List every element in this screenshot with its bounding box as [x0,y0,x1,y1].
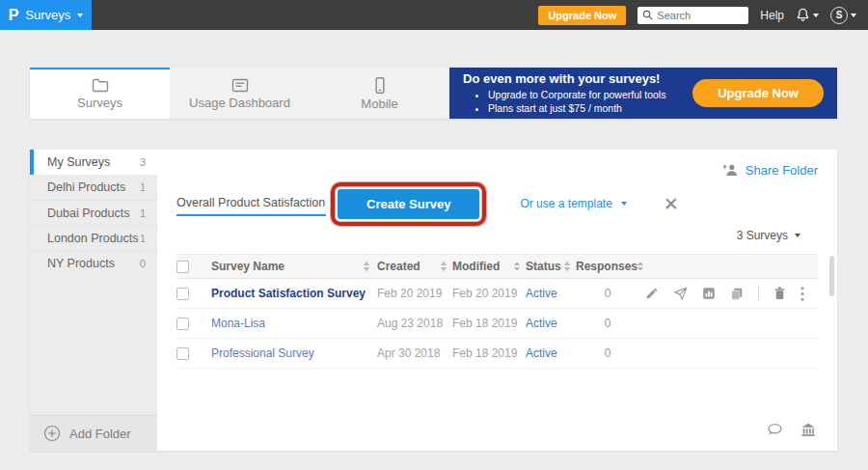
use-template-dropdown[interactable]: Or use a template [520,197,626,210]
create-survey-toolbar: Overall Product Satisfaction Create Surv… [176,184,818,223]
top-navigation-bar: P Surveys Upgrade Now Help S [0,0,868,30]
folder-count: 3 [140,156,146,168]
created-date: Feb 20 2019 [377,287,442,300]
row-checkbox[interactable] [176,318,189,330]
tab-usage-dashboard[interactable]: Usage Dashboard [170,68,310,119]
share-folder-button[interactable]: Share Folder [176,159,818,180]
tab-label: Usage Dashboard [189,96,290,110]
mobile-icon [374,77,386,94]
folder-count: 1 [140,233,146,244]
select-all-checkbox[interactable] [176,261,189,273]
sort-icon[interactable] [514,262,520,271]
edit-icon[interactable] [645,287,659,300]
tab-label: Mobile [361,97,397,111]
survey-link[interactable]: Professional Survey [211,346,314,360]
sidebar-item-dubai-products[interactable]: Dubai Products 1 [30,200,157,225]
search-box[interactable] [637,7,748,24]
folder-content: Share Folder Overall Product Satisfactio… [157,150,837,451]
row-checkbox[interactable] [176,347,189,360]
table-row: Mona-Lisa Aug 23 2018 Feb 18 2019 Active… [176,309,818,339]
chevron-down-icon [813,14,819,17]
add-folder-label: Add Folder [69,427,131,441]
create-survey-button[interactable]: Create Survey [338,189,479,219]
sort-icon[interactable] [564,262,570,271]
surveys-table: Survey Name Created Modified Status [176,254,818,369]
sort-icon[interactable] [637,262,643,271]
sort-icon[interactable] [364,262,369,271]
status-badge: Active [526,346,557,360]
responses-count: 0 [576,317,639,330]
avatar: S [830,7,848,24]
proprofs-logo-icon: P [9,8,19,23]
upgrade-now-button[interactable]: Upgrade Now [538,6,626,25]
use-template-label: Or use a template [520,197,611,210]
sidebar-item-my-surveys[interactable]: My Surveys 3 [30,150,157,175]
product-switcher[interactable]: P Surveys [0,0,92,30]
tab-label: Surveys [77,96,122,110]
add-folder-button[interactable]: Add Folder [30,415,157,451]
tab-mobile[interactable]: Mobile [310,68,449,119]
banner-bullets: Upgrade to Corporate for powerful tools … [488,88,665,115]
dashboard-icon [231,78,249,93]
section-tabs: Surveys Usage Dashboard Mobile [30,68,449,119]
folder-label: London Products [47,232,139,245]
delete-icon[interactable] [773,287,786,300]
product-menu-label: Surveys [25,8,70,22]
reports-icon[interactable] [702,287,716,300]
sidebar-item-london-products[interactable]: London Products 1 [30,225,157,250]
send-icon[interactable] [673,287,688,301]
responses-count: 0 [576,287,639,300]
bell-icon [796,8,810,22]
table-header-row: Survey Name Created Modified Status [176,254,818,279]
survey-link[interactable]: Product Satisfaction Survey [211,287,366,300]
chevron-down-icon [77,14,83,17]
archive-icon[interactable] [800,423,816,441]
folders-sidebar: My Surveys 3 Delhi Products 1 Dubai Prod… [30,150,157,451]
modified-date: Feb 18 2019 [452,317,517,330]
share-folder-label: Share Folder [746,163,818,178]
row-checkbox[interactable] [176,288,189,300]
col-header-status: Status [526,260,561,273]
close-icon[interactable]: ✕ [664,195,679,213]
feedback-icon[interactable] [767,423,783,441]
col-header-created: Created [377,260,420,273]
survey-name-value: Overall Product Satisfaction [176,196,325,209]
folder-label: My Surveys [47,155,110,169]
notifications-menu[interactable] [796,8,819,22]
survey-name-input[interactable]: Overall Product Satisfaction [176,192,326,216]
banner-bullet: Upgrade to Corporate for powerful tools [488,88,665,101]
folder-count: 1 [140,181,146,193]
folder-label: Dubai Products [47,207,129,220]
sidebar-item-delhi-products[interactable]: Delhi Products 1 [30,175,157,200]
chevron-down-icon [851,14,856,17]
share-folder-icon [722,163,739,177]
surveys-count-label: 3 Surveys [737,229,788,242]
table-row: Product Satisfaction Survey Feb 20 2019 … [176,279,818,309]
sort-icon[interactable] [441,262,447,271]
upsell-banner: Do even more with your surveys! Upgrade … [449,68,837,119]
sidebar-item-ny-products[interactable]: NY Products 0 [30,250,157,275]
chevron-down-icon [795,234,800,237]
more-options-icon[interactable] [800,287,804,301]
account-menu[interactable]: S [830,7,856,24]
plus-circle-icon [43,425,61,442]
tab-surveys[interactable]: Surveys [30,68,170,119]
created-date: Apr 30 2018 [377,346,440,360]
help-link[interactable]: Help [760,9,784,22]
modified-date: Feb 18 2019 [452,346,517,360]
col-header-name: Survey Name [211,260,285,273]
folder-label: Delhi Products [47,180,125,194]
search-input[interactable] [657,10,744,21]
scrollbar-thumb[interactable] [829,256,834,296]
search-icon [642,10,653,20]
status-badge: Active [526,317,557,330]
responses-count: 0 [576,346,639,360]
created-date: Aug 23 2018 [377,317,443,330]
surveys-count-dropdown[interactable]: 3 Surveys [176,225,818,246]
banner-upgrade-button[interactable]: Upgrade Now [692,79,824,107]
modified-date: Feb 20 2019 [452,287,517,300]
survey-link[interactable]: Mona-Lisa [211,317,265,330]
col-header-modified: Modified [452,260,500,273]
duplicate-icon[interactable] [730,287,744,300]
chevron-down-icon [621,202,627,206]
